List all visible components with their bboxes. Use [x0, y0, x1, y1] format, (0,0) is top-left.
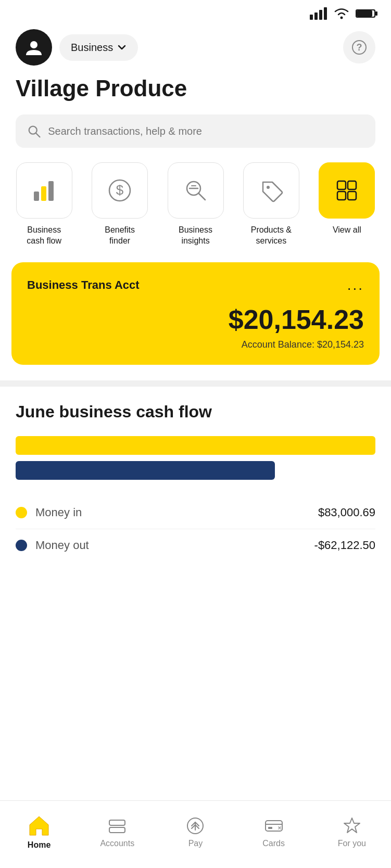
- wifi-icon: [333, 7, 350, 20]
- chevron-down-icon: [117, 43, 127, 52]
- svg-marker-29: [30, 816, 48, 835]
- svg-rect-3: [324, 7, 327, 20]
- business-insights-icon-box: [168, 162, 224, 219]
- bar-chart-icon: [31, 177, 58, 204]
- products-services-icon-box: [243, 162, 299, 219]
- svg-point-23: [267, 186, 270, 189]
- money-out-bar: [16, 461, 275, 480]
- question-icon: ?: [352, 40, 367, 55]
- tag-icon: [258, 177, 285, 204]
- view-all-icon-box: [319, 162, 375, 219]
- svg-rect-1: [314, 12, 318, 20]
- money-out-left: Money out: [16, 539, 89, 552]
- accounts-icon: [107, 816, 127, 836]
- svg-point-4: [340, 17, 343, 19]
- action-view-all[interactable]: View all: [313, 162, 381, 247]
- products-services-label: Products &services: [251, 225, 292, 247]
- cashflow-section: June business cash flow Money in $83,000…: [0, 402, 391, 582]
- svg-rect-15: [41, 186, 46, 201]
- money-in-label: Money in: [35, 506, 82, 519]
- bottom-nav: Home Accounts Pay: [0, 800, 391, 868]
- svg-rect-28: [348, 192, 356, 200]
- nav-cards[interactable]: Cards: [248, 816, 300, 848]
- account-balance-label: Account Balance: $20,154.23: [27, 339, 364, 350]
- search-bar[interactable]: [16, 114, 375, 148]
- business-cash-flow-icon-box: [16, 162, 72, 219]
- svg-rect-36: [268, 827, 272, 829]
- search-icon: [27, 124, 41, 138]
- view-all-label: View all: [333, 225, 361, 236]
- svg-rect-2: [319, 10, 322, 20]
- pay-icon: [185, 816, 205, 836]
- business-selector[interactable]: Business: [59, 34, 138, 61]
- money-in-value: $83,000.69: [318, 506, 375, 519]
- quick-actions: Businesscash flow $ Benefitsfinder Busin…: [0, 162, 391, 262]
- svg-text:$: $: [116, 182, 124, 198]
- business-insights-label: Businessinsights: [179, 225, 212, 247]
- cashflow-bars: [16, 436, 375, 480]
- account-balance: $20,154.23: [27, 304, 364, 335]
- svg-rect-27: [337, 192, 346, 200]
- avatar[interactable]: [16, 29, 52, 66]
- header-left: Business: [16, 29, 138, 66]
- money-in-legend: Money in $83,000.69: [16, 496, 375, 529]
- grid-icon: [333, 177, 360, 204]
- account-name: Business Trans Acct: [27, 278, 140, 292]
- cashflow-title: June business cash flow: [16, 402, 375, 422]
- search-input[interactable]: [48, 125, 364, 137]
- svg-rect-6: [375, 11, 377, 16]
- svg-rect-8: [357, 10, 372, 17]
- section-divider: [0, 380, 391, 387]
- nav-for-you[interactable]: For you: [326, 816, 378, 848]
- money-out-dot: [16, 540, 27, 551]
- svg-line-20: [198, 193, 205, 200]
- home-icon: [28, 814, 51, 837]
- page-title: Village Produce: [0, 76, 391, 114]
- svg-point-9: [30, 41, 37, 48]
- action-business-insights[interactable]: Businessinsights: [162, 162, 229, 247]
- account-card-header: Business Trans Acct ...: [27, 277, 364, 293]
- nav-home[interactable]: Home: [13, 814, 65, 850]
- money-out-label: Money out: [35, 539, 89, 552]
- more-options-button[interactable]: ...: [347, 277, 364, 293]
- benefits-finder-icon-box: $: [92, 162, 148, 219]
- cards-icon: [264, 816, 284, 836]
- status-bar: [0, 0, 391, 24]
- nav-home-label: Home: [28, 840, 51, 850]
- money-in-left: Money in: [16, 506, 82, 519]
- nav-pay[interactable]: Pay: [169, 816, 221, 848]
- account-card[interactable]: Business Trans Acct ... $20,154.23 Accou…: [11, 262, 380, 365]
- money-in-dot: [16, 507, 27, 518]
- svg-rect-26: [348, 181, 356, 189]
- nav-pay-label: Pay: [188, 839, 203, 848]
- svg-rect-16: [48, 181, 54, 201]
- nav-accounts-label: Accounts: [100, 839, 134, 848]
- benefits-finder-label: Benefitsfinder: [105, 225, 135, 247]
- star-icon: [342, 816, 362, 836]
- svg-line-13: [36, 133, 40, 137]
- business-selector-label: Business: [71, 42, 113, 54]
- nav-for-you-label: For you: [338, 839, 366, 848]
- user-icon: [24, 37, 44, 57]
- battery-icon: [356, 7, 379, 20]
- action-benefits-finder[interactable]: $ Benefitsfinder: [86, 162, 153, 247]
- svg-rect-0: [310, 15, 313, 20]
- signal-icon: [310, 7, 327, 20]
- svg-text:?: ?: [357, 42, 362, 53]
- money-out-legend: Money out -$62,122.50: [16, 529, 375, 561]
- nav-cards-label: Cards: [262, 839, 285, 848]
- money-in-bar: [16, 436, 375, 455]
- business-cash-flow-label: Businesscash flow: [27, 225, 61, 247]
- money-out-value: -$62,122.50: [314, 539, 375, 552]
- action-products-services[interactable]: Products &services: [237, 162, 305, 247]
- help-button[interactable]: ?: [343, 31, 375, 63]
- app-header: Business ?: [0, 24, 391, 76]
- svg-rect-25: [337, 181, 346, 189]
- svg-rect-31: [109, 827, 125, 833]
- svg-rect-30: [109, 820, 125, 825]
- nav-accounts[interactable]: Accounts: [91, 816, 143, 848]
- svg-rect-34: [266, 821, 282, 831]
- svg-rect-14: [34, 192, 39, 201]
- action-business-cash-flow[interactable]: Businesscash flow: [10, 162, 78, 247]
- svg-marker-37: [344, 818, 360, 833]
